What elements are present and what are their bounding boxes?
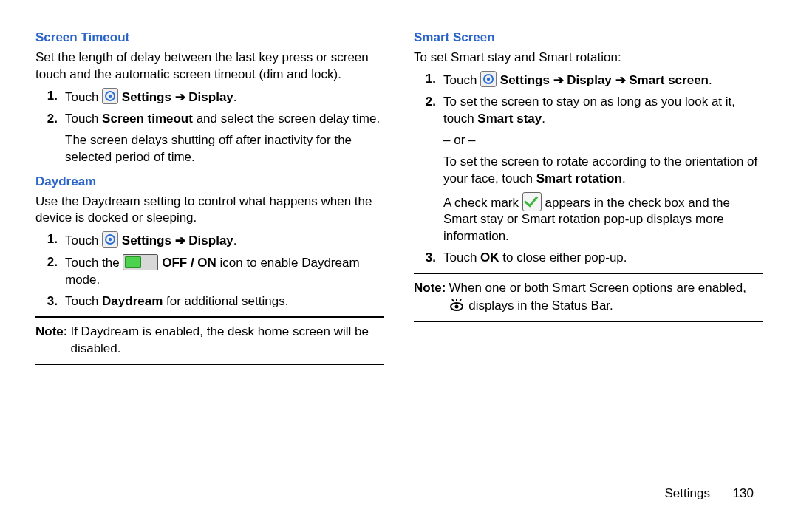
divider: [35, 364, 384, 365]
left-column: Screen Timeout Set the length of delay b…: [35, 30, 384, 371]
settings-path: Settings ➔ Display ➔ Smart screen: [497, 73, 709, 87]
svg-point-1: [109, 95, 112, 98]
daydream-desc: Use the Daydream setting to control what…: [35, 194, 384, 228]
step-1: 1. Touch Settings ➔ Display ➔ Smart scre…: [439, 71, 763, 89]
footer-section: Settings: [664, 486, 709, 500]
svg-point-5: [487, 78, 490, 81]
divider: [414, 321, 763, 322]
note-text: If Daydream is enabled, the desk home sc…: [70, 324, 384, 358]
step-2: 2. To set the screen to stay on as long …: [439, 94, 763, 246]
page-body: Screen Timeout Set the length of delay b…: [0, 0, 798, 371]
settings-icon: [102, 88, 118, 104]
step-2-checkmark: A check mark appears in the check box an…: [443, 192, 763, 246]
svg-point-3: [109, 238, 112, 241]
settings-icon: [102, 231, 118, 248]
step-1: 1. Touch Settings ➔ Display.: [61, 231, 384, 250]
step-1: 1. Touch Settings ➔ Display.: [61, 88, 384, 106]
screen-timeout-steps: 1. Touch Settings ➔ Display. 2. Touch Sc…: [35, 88, 384, 166]
divider: [35, 316, 384, 318]
smart-screen-desc: To set Smart stay and Smart rotation:: [414, 50, 763, 66]
or-divider: – or –: [443, 132, 763, 149]
divider: [414, 273, 763, 274]
step-2: 2. Touch the OFF / ON icon to enable Day…: [61, 254, 384, 289]
heading-daydream: Daydream: [35, 174, 384, 191]
smart-stay-eye-icon: [449, 297, 465, 313]
heading-smart-screen: Smart Screen: [414, 30, 763, 47]
heading-screen-timeout: Screen Timeout: [35, 30, 384, 47]
step-2-extra: The screen delays shutting off after ina…: [65, 132, 384, 166]
checkmark-icon: [522, 192, 542, 211]
svg-point-7: [455, 305, 459, 309]
daydream-steps: 1. Touch Settings ➔ Display. 2. Touch th…: [35, 231, 384, 310]
step-3: 3. Touch OK to close either pop-up.: [439, 250, 763, 267]
settings-icon: [480, 71, 497, 87]
note-text: When one or both Smart Screen options ar…: [449, 280, 763, 315]
svg-line-9: [452, 299, 454, 301]
settings-path: Settings ➔ Display: [118, 233, 233, 248]
step-3: 3. Touch Daydream for additional setting…: [61, 293, 384, 310]
note-label: Note:: [35, 324, 70, 358]
smartscreen-note: Note: When one or both Smart Screen opti…: [414, 280, 763, 315]
daydream-note: Note: If Daydream is enabled, the desk h…: [35, 324, 384, 358]
footer-page-number: 130: [733, 486, 754, 500]
note-label: Note:: [414, 280, 449, 315]
settings-path: Settings ➔ Display: [118, 90, 233, 104]
smart-screen-steps: 1. Touch Settings ➔ Display ➔ Smart scre…: [414, 71, 763, 267]
right-column: Smart Screen To set Smart stay and Smart…: [414, 30, 763, 371]
step-2-alt: To set the screen to rotate according to…: [443, 154, 763, 188]
screen-timeout-desc: Set the length of delay between the last…: [35, 50, 384, 83]
step-text: Touch: [65, 90, 102, 104]
step-2: 2. Touch Screen timeout and select the s…: [61, 111, 384, 166]
svg-line-10: [460, 299, 461, 301]
page-footer: Settings 130: [664, 485, 754, 502]
toggle-off-on-icon: [123, 254, 158, 270]
